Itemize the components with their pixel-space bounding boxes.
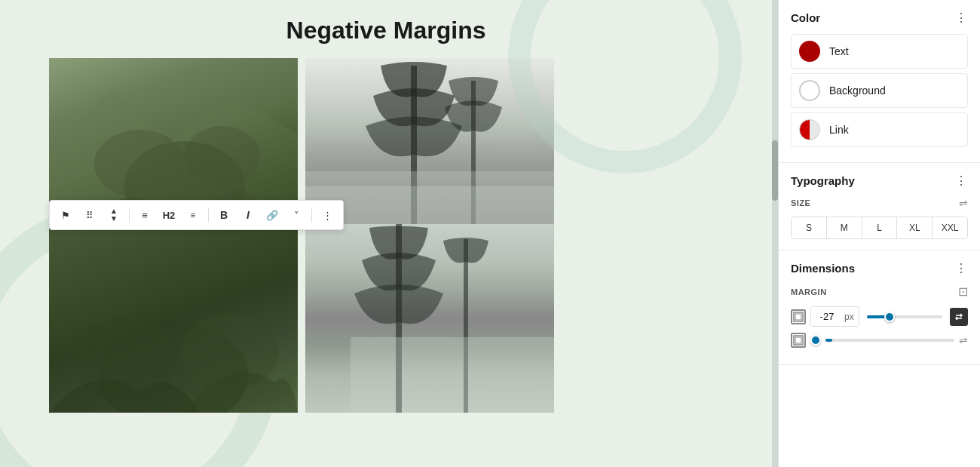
link-color-label: Link: [829, 124, 849, 136]
dimensions-section-header: Dimensions ⋮: [791, 261, 968, 275]
image-row-top: [49, 58, 723, 224]
size-header: SIZE ⇌: [791, 197, 968, 209]
margin-adjust-icon[interactable]: ⇌: [959, 334, 968, 346]
divider-3: [311, 207, 312, 223]
forest-image-bottom: [305, 224, 554, 413]
image-forest-bottom: [305, 224, 554, 413]
size-btn-xl[interactable]: XL: [897, 217, 933, 238]
list-button[interactable]: ≡: [182, 204, 204, 226]
drag-handle-button[interactable]: ⠿: [78, 204, 101, 226]
size-btn-l[interactable]: L: [862, 217, 898, 238]
text-color-label: Text: [829, 45, 849, 57]
margin-bottom-icon: [793, 335, 804, 346]
color-more-icon[interactable]: ⋮: [955, 11, 968, 25]
canvas-area: Negative Margins: [0, 0, 772, 467]
images-wrapper: [49, 58, 723, 224]
block-toolbar[interactable]: ⚑ ⠿ ▲▼ ≡ H2 ≡ B I 🔗 ˅ ⋮: [49, 200, 344, 230]
succulents-image-top: [49, 58, 298, 224]
options-button[interactable]: ⋮: [316, 204, 338, 226]
dimensions-section: Dimensions ⋮ MARGIN ⊡ px: [779, 250, 980, 365]
background-color-row[interactable]: Background: [791, 73, 968, 108]
color-section-header: Color ⋮: [791, 11, 968, 25]
link-color-row[interactable]: Link: [791, 112, 968, 147]
typography-more-icon[interactable]: ⋮: [955, 174, 968, 188]
images-wrapper-bottom: [49, 224, 723, 413]
divider-1: [129, 207, 130, 223]
succulents-image-bottom: [49, 224, 298, 413]
margin-value-input[interactable]: [811, 307, 843, 326]
margin-row-top: px: [791, 306, 968, 327]
margin-unit-label: px: [843, 308, 859, 326]
link-button[interactable]: 🔗: [261, 204, 283, 226]
image-succulents-bottom: [49, 224, 298, 413]
image-row-bottom: [49, 224, 723, 413]
link-color-swatch: [799, 119, 820, 140]
text-color-swatch: [799, 41, 820, 62]
margin-box-icon-top: [791, 309, 806, 324]
color-section: Color ⋮ Text Background Link: [779, 0, 980, 163]
scrollbar-track[interactable]: [772, 0, 778, 467]
image-forest-top: [305, 58, 554, 224]
background-color-swatch: [799, 80, 820, 101]
color-section-title: Color: [791, 11, 820, 24]
svg-rect-17: [795, 337, 801, 343]
dimensions-more-icon[interactable]: ⋮: [955, 261, 968, 275]
typography-section: Typography ⋮ SIZE ⇌ S M L XL XXL: [779, 163, 980, 250]
margin-top-icon: [793, 312, 804, 322]
size-btn-m[interactable]: M: [827, 217, 862, 238]
forest-image-top: [305, 58, 554, 224]
background-color-label: Background: [829, 84, 886, 97]
margin-slider-top[interactable]: [867, 315, 942, 318]
size-buttons-group: S M L XL XXL: [791, 217, 968, 239]
margin-box-icon-bottom: [791, 333, 806, 348]
text-color-row[interactable]: Text: [791, 34, 968, 69]
divider-2: [208, 207, 209, 223]
bookmark-button[interactable]: ⚑: [54, 204, 77, 226]
page-title: Negative Margins: [0, 0, 772, 58]
margin-value-input-group[interactable]: px: [810, 306, 859, 327]
size-label: SIZE: [791, 198, 810, 207]
align-button[interactable]: ≡: [133, 204, 156, 226]
svg-rect-15: [795, 314, 801, 320]
bold-button[interactable]: B: [213, 204, 235, 226]
typography-section-header: Typography ⋮: [791, 174, 968, 188]
size-adjust-icon[interactable]: ⇌: [959, 197, 968, 209]
margin-slider-bottom[interactable]: [825, 339, 954, 342]
margin-link-icon[interactable]: ⊡: [958, 284, 968, 299]
italic-button[interactable]: I: [237, 204, 259, 226]
slider-thumb-top[interactable]: [884, 312, 895, 322]
size-btn-s[interactable]: S: [792, 217, 827, 238]
more-inline-button[interactable]: ˅: [285, 204, 308, 226]
size-btn-xxl[interactable]: XXL: [933, 217, 967, 238]
right-panel: Color ⋮ Text Background Link Typography …: [778, 0, 980, 467]
slider-fill-bottom: [825, 339, 832, 342]
move-updown-button[interactable]: ▲▼: [103, 204, 125, 226]
image-succulents-top: [49, 58, 298, 224]
dimensions-section-title: Dimensions: [791, 262, 855, 275]
margin-row-bottom: ⇌: [791, 333, 968, 348]
slider-thumb-bottom-left: [810, 335, 821, 346]
margin-label: MARGIN: [791, 287, 827, 296]
margin-header: MARGIN ⊡: [791, 284, 968, 299]
typography-section-title: Typography: [791, 174, 855, 187]
swap-icon-top[interactable]: [950, 308, 968, 326]
scrollbar-thumb[interactable]: [772, 140, 778, 201]
heading-button[interactable]: H2: [158, 204, 180, 226]
swap-arrows-icon: [954, 312, 963, 321]
